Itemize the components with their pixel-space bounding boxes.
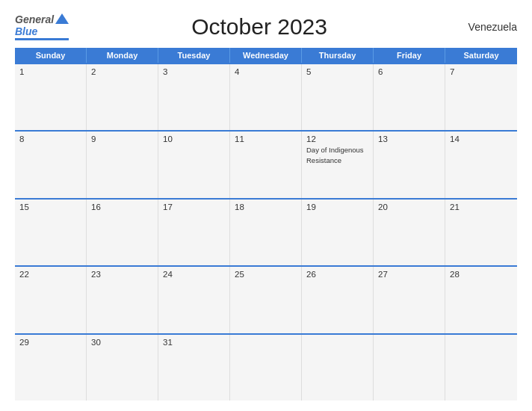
day-number: 1	[19, 67, 81, 76]
week-row-1: 1234567	[15, 63, 517, 130]
calendar-body: 123456789101112Day of Indigenous Resista…	[15, 63, 517, 401]
cal-cell-5-7	[445, 335, 517, 401]
cal-cell-2-7: 14	[445, 132, 517, 197]
day-number: 14	[450, 135, 513, 143]
cal-cell-2-4: 11	[230, 132, 302, 197]
cal-cell-3-1: 15	[15, 200, 87, 265]
event-label: Day of Indigenous Resistance	[306, 146, 364, 164]
cal-cell-3-6: 20	[374, 200, 445, 265]
day-number: 7	[450, 67, 513, 76]
day-number: 12	[306, 135, 368, 143]
header-saturday: Saturday	[445, 48, 517, 63]
cal-cell-1-6: 6	[374, 64, 445, 130]
day-number: 11	[235, 135, 297, 143]
header-thursday: Thursday	[302, 48, 374, 63]
cal-cell-4-3: 24	[158, 267, 230, 333]
day-number: 26	[306, 270, 368, 279]
cal-cell-3-3: 17	[158, 200, 230, 265]
cal-cell-5-3: 31	[158, 335, 230, 401]
week-row-4: 22232425262728	[15, 265, 517, 333]
cal-cell-2-2: 9	[87, 132, 158, 197]
header: General Blue October 2023 Venezuela	[15, 13, 517, 40]
country-label: Venezuela	[450, 21, 517, 33]
cal-cell-2-6: 13	[374, 132, 445, 197]
cal-cell-1-5: 5	[302, 64, 374, 130]
logo-underline	[15, 38, 69, 40]
day-number: 3	[163, 67, 225, 76]
day-number: 15	[19, 203, 81, 211]
header-tuesday: Tuesday	[158, 48, 230, 63]
day-number: 22	[19, 270, 81, 279]
cal-cell-2-1: 8	[15, 132, 87, 197]
cal-cell-5-1: 29	[15, 335, 87, 401]
cal-cell-3-5: 19	[302, 200, 374, 265]
calendar-page: General Blue October 2023 Venezuela Sund…	[0, 0, 532, 411]
week-row-2: 89101112Day of Indigenous Resistance1314	[15, 130, 517, 197]
day-number: 30	[91, 338, 153, 347]
cal-cell-4-5: 26	[302, 267, 374, 333]
day-number: 6	[378, 67, 440, 76]
week-row-5: 293031	[15, 333, 517, 401]
day-number: 17	[163, 203, 225, 211]
cal-cell-4-4: 25	[230, 267, 302, 333]
day-number: 10	[163, 135, 225, 143]
cal-cell-5-5	[302, 335, 374, 401]
cal-cell-2-3: 10	[158, 132, 230, 197]
header-wednesday: Wednesday	[230, 48, 302, 63]
day-number: 29	[19, 338, 81, 347]
day-number: 9	[91, 135, 153, 143]
day-number: 5	[306, 67, 368, 76]
logo-triangle-icon	[55, 13, 69, 24]
week-row-3: 15161718192021	[15, 198, 517, 265]
logo-blue: Blue	[15, 25, 37, 37]
cal-cell-3-2: 16	[87, 200, 158, 265]
logo-general: General	[15, 13, 54, 25]
day-number: 27	[378, 270, 440, 279]
calendar-header: Sunday Monday Tuesday Wednesday Thursday…	[15, 48, 517, 63]
cal-cell-1-1: 1	[15, 64, 87, 130]
cal-cell-1-2: 2	[87, 64, 158, 130]
cal-cell-5-4	[230, 335, 302, 401]
day-number: 23	[91, 270, 153, 279]
day-number: 19	[306, 203, 368, 211]
cal-cell-5-6	[374, 335, 445, 401]
day-number: 16	[91, 203, 153, 211]
day-number: 8	[19, 135, 81, 143]
day-number: 13	[378, 135, 440, 143]
cal-cell-3-4: 18	[230, 200, 302, 265]
cal-cell-1-4: 4	[230, 64, 302, 130]
day-number: 28	[450, 270, 513, 279]
month-title: October 2023	[69, 14, 450, 40]
cal-cell-1-7: 7	[445, 64, 517, 130]
day-number: 20	[378, 203, 440, 211]
cal-cell-1-3: 3	[158, 64, 230, 130]
cal-cell-4-1: 22	[15, 267, 87, 333]
header-sunday: Sunday	[15, 48, 87, 63]
day-number: 18	[235, 203, 297, 211]
logo: General Blue	[15, 13, 69, 40]
day-number: 31	[163, 338, 225, 347]
header-friday: Friday	[374, 48, 445, 63]
cal-cell-3-7: 21	[445, 200, 517, 265]
day-number: 2	[91, 67, 153, 76]
day-number: 25	[235, 270, 297, 279]
day-number: 24	[163, 270, 225, 279]
cal-cell-4-2: 23	[87, 267, 158, 333]
cal-cell-4-7: 28	[445, 267, 517, 333]
cal-cell-5-2: 30	[87, 335, 158, 401]
calendar: Sunday Monday Tuesday Wednesday Thursday…	[15, 48, 517, 401]
header-monday: Monday	[87, 48, 158, 63]
day-number: 4	[235, 67, 297, 76]
cal-cell-2-5: 12Day of Indigenous Resistance	[302, 132, 374, 197]
cal-cell-4-6: 27	[374, 267, 445, 333]
day-number: 21	[450, 203, 513, 211]
